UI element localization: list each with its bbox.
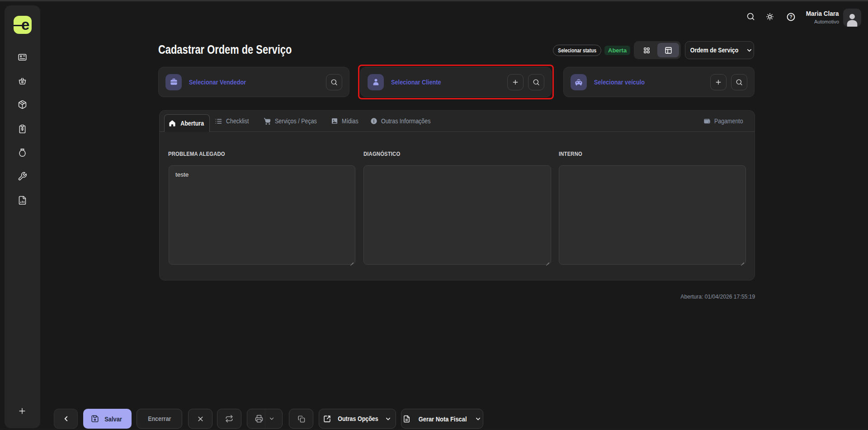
svg-text:?: ? (789, 14, 793, 19)
